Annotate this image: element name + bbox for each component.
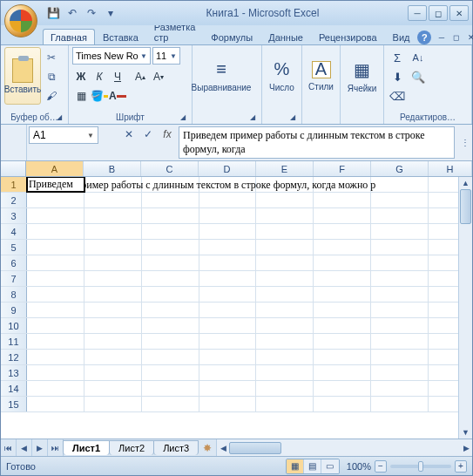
row-header[interactable]: 15 bbox=[1, 397, 27, 411]
cell[interactable] bbox=[256, 287, 314, 302]
name-box[interactable]: A1 ▼ bbox=[29, 126, 98, 144]
cell[interactable] bbox=[314, 224, 371, 239]
tab-review[interactable]: Рецензирова bbox=[311, 29, 385, 44]
cell[interactable] bbox=[84, 208, 142, 223]
row-header[interactable]: 5 bbox=[1, 240, 27, 255]
sheet-tab-2[interactable]: Лист2 bbox=[109, 440, 154, 455]
column-header[interactable]: F bbox=[314, 161, 371, 176]
cell[interactable] bbox=[84, 287, 142, 302]
cell[interactable] bbox=[27, 240, 84, 255]
redo-icon[interactable]: ↷ bbox=[84, 6, 98, 20]
cell[interactable] bbox=[27, 224, 84, 239]
new-sheet-icon[interactable]: ✸ bbox=[199, 439, 216, 456]
format-painter-icon[interactable]: 🖌 bbox=[43, 87, 60, 105]
cell[interactable] bbox=[142, 303, 199, 317]
cell[interactable] bbox=[314, 365, 371, 380]
cell[interactable] bbox=[199, 381, 257, 396]
cell[interactable] bbox=[84, 334, 142, 349]
cell[interactable] bbox=[314, 318, 371, 333]
cell[interactable] bbox=[371, 208, 429, 223]
cell[interactable] bbox=[371, 381, 429, 396]
cell[interactable] bbox=[256, 224, 314, 239]
cell[interactable] bbox=[371, 303, 429, 317]
hscroll-thumb[interactable] bbox=[229, 442, 281, 454]
scroll-up-icon[interactable]: ▲ bbox=[459, 177, 472, 189]
office-button[interactable] bbox=[4, 4, 37, 37]
cell[interactable] bbox=[199, 318, 257, 333]
cell[interactable] bbox=[199, 255, 257, 270]
row-header[interactable]: 14 bbox=[1, 381, 27, 396]
cell[interactable] bbox=[371, 240, 429, 255]
cell[interactable] bbox=[199, 350, 257, 364]
cell[interactable] bbox=[371, 177, 429, 192]
grow-font-button[interactable]: A▴ bbox=[132, 68, 149, 85]
maximize-button[interactable]: ◻ bbox=[429, 5, 448, 21]
cell[interactable] bbox=[199, 365, 257, 380]
cell[interactable] bbox=[142, 224, 199, 239]
wb-minimize-icon[interactable]: ─ bbox=[435, 31, 448, 44]
cell[interactable] bbox=[84, 224, 142, 239]
cut-icon[interactable]: ✂ bbox=[43, 49, 60, 66]
autosum-button[interactable]: Σ bbox=[388, 49, 407, 66]
save-icon[interactable]: 💾 bbox=[46, 6, 60, 20]
cell[interactable] bbox=[84, 240, 142, 255]
zoom-knob[interactable] bbox=[418, 461, 423, 472]
cell[interactable] bbox=[256, 177, 314, 192]
row-header[interactable]: 13 bbox=[1, 365, 27, 380]
row-header[interactable]: 4 bbox=[1, 224, 27, 239]
zoom-slider[interactable] bbox=[390, 465, 451, 468]
tab-insert[interactable]: Вставка bbox=[95, 29, 146, 44]
number-button[interactable]: % Число bbox=[266, 47, 298, 105]
cell[interactable] bbox=[84, 350, 142, 364]
vscroll-thumb[interactable] bbox=[460, 189, 471, 224]
cell[interactable] bbox=[142, 255, 199, 270]
bold-button[interactable]: Ж bbox=[72, 68, 90, 85]
zoom-out-button[interactable]: − bbox=[375, 460, 387, 473]
row-header[interactable]: 7 bbox=[1, 271, 27, 286]
cancel-formula-icon[interactable]: ✕ bbox=[121, 126, 137, 142]
sheet-tab-3[interactable]: Лист3 bbox=[153, 440, 199, 455]
cell[interactable] bbox=[371, 271, 429, 286]
normal-view-icon[interactable]: ▦ bbox=[287, 459, 304, 473]
clipboard-launcher-icon[interactable]: ◢ bbox=[54, 113, 64, 124]
copy-icon[interactable]: ⧉ bbox=[43, 68, 60, 85]
minimize-button[interactable]: ─ bbox=[408, 5, 427, 21]
fill-button[interactable]: ⬇ bbox=[388, 68, 407, 85]
cell[interactable] bbox=[84, 303, 142, 317]
cell[interactable] bbox=[371, 334, 429, 349]
cell[interactable] bbox=[84, 318, 142, 333]
cell[interactable] bbox=[199, 271, 257, 286]
cell[interactable] bbox=[314, 303, 371, 317]
cell[interactable] bbox=[199, 334, 257, 349]
page-break-view-icon[interactable]: ▭ bbox=[321, 459, 339, 473]
cell[interactable] bbox=[371, 193, 429, 207]
cell[interactable] bbox=[256, 397, 314, 411]
cell[interactable] bbox=[27, 381, 84, 396]
cell[interactable] bbox=[199, 397, 257, 411]
cell[interactable] bbox=[142, 177, 199, 192]
font-color-button[interactable]: A bbox=[109, 87, 126, 105]
font-size-combo[interactable]: 11▼ bbox=[152, 47, 180, 65]
cell[interactable] bbox=[371, 318, 429, 333]
cells-button[interactable]: ▦ Ячейки bbox=[344, 47, 380, 105]
cell[interactable] bbox=[199, 287, 257, 302]
fill-color-button[interactable]: 🪣 bbox=[91, 87, 108, 105]
cell[interactable] bbox=[256, 255, 314, 270]
find-button[interactable]: 🔍 bbox=[409, 68, 428, 85]
cell[interactable] bbox=[27, 365, 84, 380]
column-header[interactable]: A bbox=[26, 161, 84, 176]
column-header[interactable]: D bbox=[199, 161, 256, 176]
cell[interactable] bbox=[142, 318, 199, 333]
cell[interactable] bbox=[27, 271, 84, 286]
cell[interactable] bbox=[314, 397, 371, 411]
cell[interactable] bbox=[27, 208, 84, 223]
cell[interactable] bbox=[314, 350, 371, 364]
zoom-level[interactable]: 100% bbox=[347, 461, 371, 472]
number-launcher-icon[interactable]: ◢ bbox=[287, 113, 298, 124]
cell[interactable] bbox=[84, 397, 142, 411]
cell[interactable] bbox=[84, 193, 142, 207]
scroll-left-icon[interactable]: ◀ bbox=[217, 444, 229, 452]
formula-bar-expand-icon[interactable]: ⋮ bbox=[458, 125, 472, 160]
cell[interactable] bbox=[142, 334, 199, 349]
cell[interactable] bbox=[84, 365, 142, 380]
